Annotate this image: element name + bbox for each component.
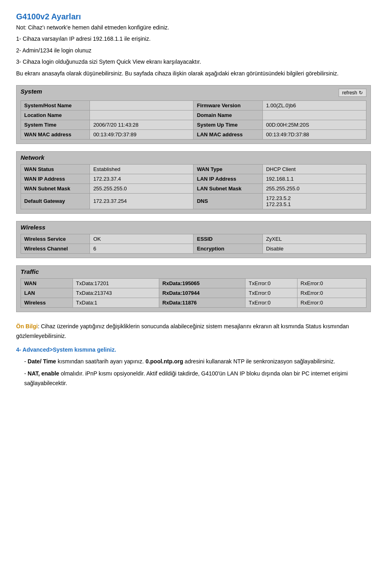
intro-section: Not: Cihaz'ı network'e hemen dahil etmed… bbox=[16, 23, 371, 78]
table-row: WAN MAC address 00:13:49:7D:37:89 LAN MA… bbox=[21, 129, 366, 139]
system-label: System Time bbox=[21, 120, 90, 129]
table-row: Wireless TxData:1 RxData:11876 TxError:0… bbox=[21, 298, 366, 307]
system-label: System/Host Name bbox=[21, 100, 90, 110]
bottom-section: Ön Bilgi: Cihaz üzerinde yaptığınız deği… bbox=[16, 322, 371, 388]
system-value: 00:13:49:7D:37:89 bbox=[90, 129, 194, 139]
wireless-label: Wireless Channel bbox=[21, 244, 90, 253]
refresh-button[interactable]: refresh ↻ bbox=[339, 89, 366, 97]
wireless-value-right: Disable bbox=[262, 244, 366, 253]
step4-label: 4- Advanced>System kısmına geliniz. bbox=[16, 345, 371, 355]
network-value-right: 172.23.5.2172.23.5.1 bbox=[262, 193, 366, 209]
network-label: WAN Status bbox=[21, 164, 90, 174]
table-row: Location Name Domain Name bbox=[21, 110, 366, 120]
wireless-panel-title: Wireless bbox=[21, 224, 366, 231]
bullet2: - NAT, enable olmalıdır. iPnP kısmı opsi… bbox=[24, 369, 371, 388]
traffic-rxdata: RxData:11876 bbox=[159, 298, 245, 307]
bullet1-url: 0.pool.ntp.org bbox=[146, 358, 183, 365]
wireless-value: 6 bbox=[90, 244, 194, 253]
network-label: Default Gateway bbox=[21, 193, 90, 209]
network-value-right: 192.168.1.1 bbox=[262, 174, 366, 183]
table-row: WAN Status Established WAN Type DHCP Cli… bbox=[21, 164, 366, 174]
wireless-panel: Wireless Wireless Service OK ESSID ZyXEL… bbox=[16, 221, 371, 258]
network-value-right: 255.255.255.0 bbox=[262, 183, 366, 193]
network-value-right: DHCP Client bbox=[262, 164, 366, 174]
wireless-value-right: ZyXEL bbox=[262, 234, 366, 244]
refresh-icon: ↻ bbox=[359, 90, 363, 96]
bullet2-key: NAT, enable bbox=[28, 370, 59, 377]
traffic-txerror: TxError:0 bbox=[246, 278, 298, 288]
wireless-label-right: Encryption bbox=[194, 244, 262, 253]
traffic-rxerror: RxError:0 bbox=[297, 298, 366, 307]
network-panel-title: Network bbox=[21, 154, 366, 161]
system-panel: System refresh ↻ System/Host Name Firmwa… bbox=[16, 85, 371, 144]
network-panel: Network WAN Status Established WAN Type … bbox=[16, 151, 371, 214]
network-label-right: WAN Type bbox=[194, 164, 262, 174]
wireless-label-right: ESSID bbox=[194, 234, 262, 244]
traffic-label: Wireless bbox=[21, 298, 73, 307]
traffic-rxdata: RxData:195065 bbox=[159, 278, 245, 288]
system-value bbox=[90, 110, 194, 120]
on-bilgi-label: Ön Bilgi bbox=[16, 323, 38, 329]
system-label-right: LAN MAC address bbox=[194, 129, 262, 139]
system-value-right: 00D:00H:25M:20S bbox=[262, 120, 366, 129]
bullet2-text: olmalıdır. iPnP kısmı opsiyoneldir. Akti… bbox=[24, 370, 348, 386]
network-label: WAN Subnet Mask bbox=[21, 183, 90, 193]
traffic-label: LAN bbox=[21, 288, 73, 298]
intro-note: Not: Cihaz'ı network'e hemen dahil etmed… bbox=[16, 23, 371, 32]
system-label-right: Firmware Version bbox=[194, 100, 262, 110]
intro-step1: 1- Cihaza varsayılan IP adresi 192.168.1… bbox=[16, 34, 371, 43]
intro-step2: 2- Admin/1234 ile login olunuz bbox=[16, 46, 371, 55]
table-row: System/Host Name Firmware Version 1.00(Z… bbox=[21, 100, 366, 110]
system-value-right: 1.00(ZL.0)b6 bbox=[262, 100, 366, 110]
traffic-txerror: TxError:0 bbox=[246, 288, 298, 298]
traffic-txdata: TxData:213743 bbox=[73, 288, 159, 298]
traffic-panel-title: Traffic bbox=[21, 268, 366, 275]
page-title: G4100v2 Ayarları bbox=[16, 12, 371, 21]
system-table: System/Host Name Firmware Version 1.00(Z… bbox=[21, 100, 366, 140]
network-value: Established bbox=[90, 164, 194, 174]
refresh-label: refresh bbox=[342, 90, 357, 96]
network-label: WAN IP Address bbox=[21, 174, 90, 183]
table-row: System Time 2006/7/20 11:43:28 System Up… bbox=[21, 120, 366, 129]
traffic-rxerror: RxError:0 bbox=[297, 288, 366, 298]
table-row: LAN TxData:213743 RxData:107944 TxError:… bbox=[21, 288, 366, 298]
table-row: Wireless Channel 6 Encryption Disable bbox=[21, 244, 366, 253]
table-row: Wireless Service OK ESSID ZyXEL bbox=[21, 234, 366, 244]
system-label: WAN MAC address bbox=[21, 129, 90, 139]
wireless-table: Wireless Service OK ESSID ZyXEL Wireless… bbox=[21, 234, 366, 254]
system-value-right bbox=[262, 110, 366, 120]
traffic-txdata: TxData:17201 bbox=[73, 278, 159, 288]
network-value: 172.23.37.4 bbox=[90, 174, 194, 183]
on-bilgi-text: : Cihaz üzerinde yaptığınız değişiklikle… bbox=[16, 323, 349, 339]
traffic-label: WAN bbox=[21, 278, 73, 288]
wireless-label: Wireless Service bbox=[21, 234, 90, 244]
network-label-right: LAN IP Address bbox=[194, 174, 262, 183]
wireless-value: OK bbox=[90, 234, 194, 244]
network-value: 172.23.37.254 bbox=[90, 193, 194, 209]
traffic-txdata: TxData:1 bbox=[73, 298, 159, 307]
system-label: Location Name bbox=[21, 110, 90, 120]
network-table: WAN Status Established WAN Type DHCP Cli… bbox=[21, 164, 366, 209]
traffic-txerror: TxError:0 bbox=[246, 298, 298, 307]
system-value bbox=[90, 100, 194, 110]
table-row: WAN Subnet Mask 255.255.255.0 LAN Subnet… bbox=[21, 183, 366, 193]
table-row: WAN IP Address 172.23.37.4 LAN IP Addres… bbox=[21, 174, 366, 183]
traffic-table: WAN TxData:17201 RxData:195065 TxError:0… bbox=[21, 278, 366, 308]
network-label-right: LAN Subnet Mask bbox=[194, 183, 262, 193]
bullet1-key: Date/ Time bbox=[28, 358, 56, 365]
system-value: 2006/7/20 11:43:28 bbox=[90, 120, 194, 129]
traffic-panel: Traffic WAN TxData:17201 RxData:195065 T… bbox=[16, 265, 371, 312]
table-row: Default Gateway 172.23.37.254 DNS 172.23… bbox=[21, 193, 366, 209]
system-label-right: Domain Name bbox=[194, 110, 262, 120]
traffic-rxerror: RxError:0 bbox=[297, 278, 366, 288]
traffic-rxdata: RxData:107944 bbox=[159, 288, 245, 298]
system-panel-title: System bbox=[21, 88, 42, 95]
bullet1-rest: adresini kullanarak NTP ile senkronizasy… bbox=[183, 358, 335, 365]
network-label-right: DNS bbox=[194, 193, 262, 209]
network-value: 255.255.255.0 bbox=[90, 183, 194, 193]
system-label-right: System Up Time bbox=[194, 120, 262, 129]
bullet1: - Date/ Time kısmından saat/tarih ayarı … bbox=[24, 357, 371, 367]
intro-step3: 3- Cihaza login olduğunuzda sizi Sytem Q… bbox=[16, 57, 371, 66]
system-value-right: 00:13:49:7D:37:88 bbox=[262, 129, 366, 139]
intro-step4: Bu ekranı anasayfa olarak düşünebilirsin… bbox=[16, 69, 371, 78]
